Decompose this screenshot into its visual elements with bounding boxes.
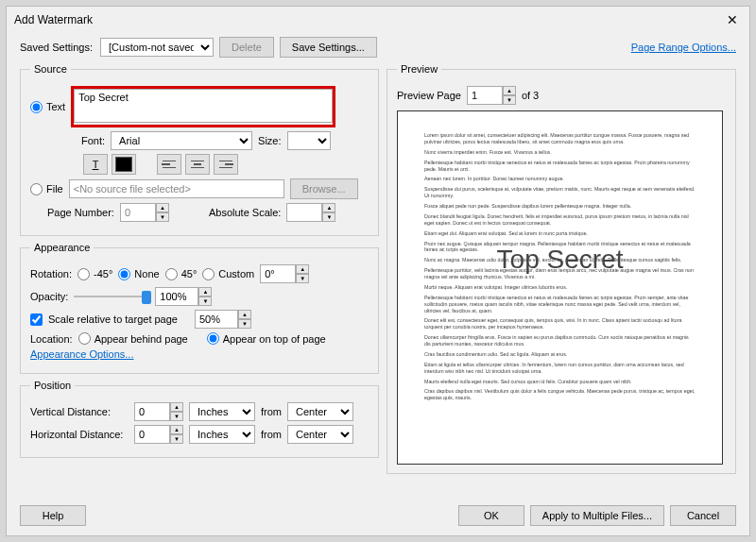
appearance-group: Appearance Rotation: -45° None 45° Custo… [20,242,379,374]
rot-none-radio[interactable] [118,268,130,280]
chevron-down-icon[interactable]: ▼ [170,434,183,444]
saved-settings-select[interactable]: [Custom-not saved] [100,38,214,57]
rotation-label: Rotation: [30,268,72,279]
color-swatch-icon [115,157,132,172]
chevron-down-icon[interactable]: ▼ [503,95,516,105]
size-label: Size: [258,135,281,146]
rot-custom-stepper[interactable]: ▲▼ [260,264,309,283]
preview-of-label: of 3 [522,90,539,101]
chevron-up-icon[interactable]: ▲ [170,402,183,412]
cancel-button[interactable]: Cancel [670,505,736,526]
chevron-up-icon[interactable]: ▲ [156,203,169,212]
help-button[interactable]: Help [20,505,86,526]
text-radio[interactable] [30,101,43,113]
position-legend: Position [30,380,75,391]
from-label: from [261,406,282,417]
loc-top-label: Appear on top of page [223,333,326,345]
text-color-button[interactable] [112,154,136,175]
appearance-legend: Appearance [30,242,94,253]
align-center-icon[interactable] [185,154,210,175]
loc-top-radio[interactable] [207,332,219,345]
absolute-scale-stepper[interactable]: ▲▼ [286,203,335,222]
chevron-down-icon[interactable]: ▼ [170,412,183,421]
rot-none-label: None [134,268,159,279]
preview-box: Lorem ipsum dolor sit amet, consectetuer… [397,110,723,465]
hdist-stepper[interactable]: ▲▼ [134,425,183,444]
text-radio-label: Text [46,101,65,112]
add-watermark-dialog: Add Watermark ✕ Saved Settings: [Custom-… [6,6,750,536]
chevron-down-icon[interactable]: ▼ [322,212,335,222]
chevron-down-icon[interactable]: ▼ [156,212,169,222]
opacity-input[interactable] [155,287,198,306]
footer: Help OK Apply to Multiple Files... Cance… [20,505,736,526]
preview-page-stepper[interactable]: ▲▼ [467,86,516,105]
hdist-unit-select[interactable]: Inches [189,425,255,444]
chevron-up-icon[interactable]: ▲ [296,264,309,274]
watermark-text-input[interactable] [74,89,333,123]
hdist-input[interactable] [134,425,170,444]
save-settings-button[interactable]: Save Settings... [280,37,377,58]
rot-custom-input[interactable] [260,264,296,283]
page-number-stepper[interactable]: ▲▼ [120,203,169,222]
rot-custom-label: Custom [218,268,254,279]
loc-behind-radio[interactable] [78,332,91,345]
chevron-down-icon[interactable]: ▼ [238,319,251,329]
vdist-input[interactable] [134,402,170,421]
page-number-input[interactable] [120,203,156,222]
align-left-icon[interactable] [157,154,181,175]
chevron-up-icon[interactable]: ▲ [238,310,251,319]
ok-button[interactable]: OK [458,505,524,526]
absolute-scale-input[interactable] [286,203,322,222]
scale-relative-label: Scale relative to target page [48,313,178,325]
delete-button[interactable]: Delete [219,37,274,58]
chevron-up-icon[interactable]: ▲ [322,203,335,212]
text-input-highlight [71,86,335,127]
appearance-options-link[interactable]: Appearance Options... [30,348,133,360]
opacity-stepper[interactable]: ▲▼ [155,287,212,306]
absolute-scale-label: Absolute Scale: [209,207,281,218]
vdist-stepper[interactable]: ▲▼ [134,402,183,421]
chevron-up-icon[interactable]: ▲ [170,425,183,434]
loc-behind-label: Appear behind page [94,333,188,345]
preview-group: Preview Preview Page ▲▼ of 3 Lorem ipsum… [387,63,736,474]
scale-relative-stepper[interactable]: ▲▼ [195,310,251,329]
chevron-up-icon[interactable]: ▲ [198,287,212,296]
size-select[interactable] [287,131,331,150]
hdist-label: Horizontal Distance: [30,429,129,440]
rot-custom-radio[interactable] [202,268,215,280]
align-right-icon[interactable] [214,154,238,175]
saved-settings-label: Saved Settings: [20,42,93,53]
font-select[interactable]: Arial [111,131,252,150]
apply-multiple-button[interactable]: Apply to Multiple Files... [530,505,664,526]
hdist-from-select[interactable]: Center [287,425,353,444]
source-legend: Source [30,63,71,75]
page-range-options-link[interactable]: Page Range Options... [631,42,736,53]
chevron-down-icon[interactable]: ▼ [296,274,309,283]
chevron-down-icon[interactable]: ▼ [198,296,212,306]
chevron-up-icon[interactable]: ▲ [503,86,516,95]
close-icon[interactable]: ✕ [723,12,742,27]
location-label: Location: [30,333,73,345]
file-path-input[interactable] [69,179,284,198]
browse-button[interactable]: Browse... [290,178,358,199]
opacity-slider[interactable] [74,290,149,303]
preview-page-input[interactable] [467,86,503,105]
file-radio-label: File [46,183,63,195]
vdist-from-select[interactable]: Center [287,402,353,421]
scale-relative-checkbox[interactable] [30,313,43,326]
vdist-unit-select[interactable]: Inches [189,402,255,421]
rot-45-radio[interactable] [165,268,178,280]
preview-legend: Preview [397,63,441,75]
top-row: Saved Settings: [Custom-not saved] Delet… [7,33,749,63]
rot-m45-radio[interactable] [77,268,90,280]
position-group: Position Vertical Distance: ▲▼ Inches fr… [20,380,379,458]
font-label: Font: [81,135,105,146]
page-number-label: Page Number: [47,207,114,218]
source-group: Source Text Font: Arial Size: [20,63,379,236]
underline-icon[interactable]: T [83,154,108,175]
titlebar: Add Watermark ✕ [7,7,749,33]
file-radio[interactable] [30,183,43,195]
watermark-preview-text: Top Secret [497,245,624,275]
dialog-title: Add Watermark [14,13,93,26]
scale-relative-input[interactable] [195,310,238,329]
